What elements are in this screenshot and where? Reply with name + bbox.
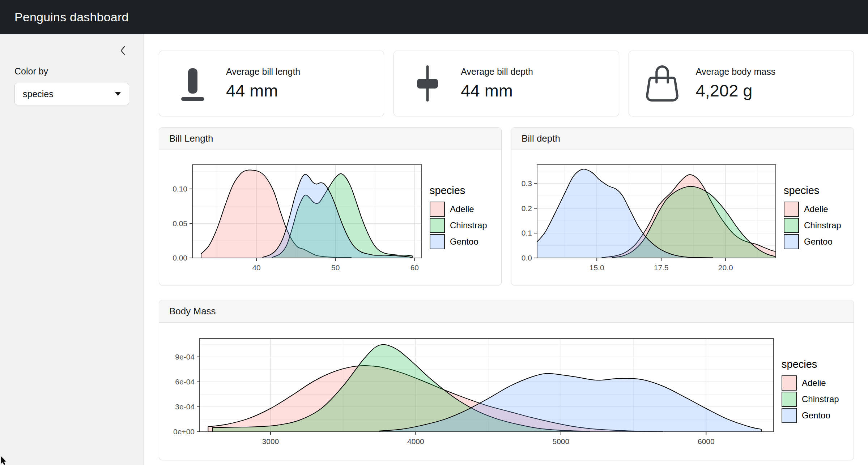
align-bottom-icon — [175, 65, 211, 102]
mouse-cursor — [0, 456, 7, 465]
legend-title: species — [782, 358, 847, 370]
legend-title: species — [784, 185, 849, 197]
legend-label: Adelie — [802, 378, 826, 388]
y-tick-label: 9e-04 — [175, 353, 195, 361]
legend-label: Gentoo — [804, 237, 833, 247]
legend-swatch — [430, 202, 445, 217]
legend-swatch — [430, 218, 445, 233]
chart-card-bill-length: Bill Length 4050600.000.050.10 speciesAd… — [159, 127, 502, 285]
sidebar: Color by species — [0, 34, 144, 465]
y-tick-label: 0.00 — [173, 254, 187, 262]
legend-item-chinstrap: Chinstrap — [430, 218, 495, 233]
legend-item-gentoo: Gentoo — [784, 234, 849, 249]
legend-label: Gentoo — [802, 410, 830, 421]
value-box-bill-depth: Average bill depth 44 mm — [393, 51, 619, 116]
legend-item-chinstrap: Chinstrap — [782, 392, 847, 407]
chart-card-bill-depth: Bill depth 15.017.520.00.00.10.20.3 spec… — [511, 127, 854, 285]
color-by-label: Color by — [14, 66, 129, 77]
legend-item-adelie: Adelie — [784, 202, 849, 217]
app-header: Penguins dashboard — [0, 0, 868, 34]
value-box-title: Average body mass — [696, 66, 776, 77]
x-tick-label: 60 — [410, 263, 419, 272]
color-by-select[interactable]: species — [14, 83, 129, 105]
card-header: Body Mass — [159, 300, 854, 323]
legend-label: Chinstrap — [450, 220, 487, 231]
color-by-select-value: species — [23, 89, 54, 99]
x-tick-label: 20.0 — [718, 263, 733, 272]
x-tick-label: 40 — [252, 263, 260, 272]
legend-item-adelie: Adelie — [430, 202, 495, 217]
value-box-title: Average bill length — [226, 66, 300, 77]
legend-item-adelie: Adelie — [782, 375, 847, 391]
value-box-body-mass: Average body mass 4,202 g — [629, 51, 854, 116]
sidebar-collapse-button[interactable] — [117, 45, 129, 57]
x-tick-label: 17.5 — [654, 263, 669, 272]
x-tick-label: 4000 — [407, 437, 424, 445]
y-tick-label: 0.10 — [173, 185, 187, 193]
y-tick-label: 0e+00 — [173, 427, 195, 436]
card-title: Bill depth — [522, 133, 560, 144]
body-mass-plot: 30004000500060000e+003e-046e-049e-04 — [166, 333, 776, 449]
legend-label: Adelie — [804, 204, 828, 214]
chart-row-full: Body Mass 30004000500060000e+003e-046e-0… — [159, 300, 854, 460]
bill-length-plot: 4050600.000.050.10 — [166, 160, 425, 275]
plot-legend: speciesAdelieChinstrapGentoo — [784, 185, 849, 250]
x-tick-label: 50 — [331, 263, 340, 272]
card-title: Body Mass — [169, 306, 216, 317]
legend-item-chinstrap: Chinstrap — [784, 218, 849, 233]
legend-swatch — [782, 392, 797, 407]
card-header: Bill depth — [511, 128, 854, 150]
y-tick-label: 0.0 — [522, 254, 532, 262]
app-title: Penguins dashboard — [14, 10, 129, 24]
legend-label: Chinstrap — [802, 394, 839, 404]
legend-title: species — [430, 185, 495, 197]
legend-item-gentoo: Gentoo — [782, 408, 847, 423]
main-content: Average bill length 44 mm Average bill d… — [144, 34, 868, 465]
y-tick-label: 0.3 — [522, 179, 532, 188]
y-tick-label: 3e-04 — [175, 402, 195, 411]
y-tick-label: 0.05 — [173, 219, 187, 228]
align-center-icon — [409, 65, 446, 102]
card-title: Bill Length — [169, 133, 213, 144]
value-box-row: Average bill length 44 mm Average bill d… — [159, 51, 854, 116]
value-box-value: 44 mm — [461, 81, 533, 100]
value-box-bill-length: Average bill length 44 mm — [159, 51, 384, 116]
legend-swatch — [782, 408, 797, 423]
y-tick-label: 0.2 — [522, 204, 532, 212]
legend-label: Gentoo — [450, 237, 478, 247]
y-tick-label: 0.1 — [522, 229, 532, 237]
legend-swatch — [782, 375, 797, 391]
chevron-left-icon — [119, 45, 127, 56]
plot-legend: speciesAdelieChinstrapGentoo — [782, 358, 847, 424]
legend-item-gentoo: Gentoo — [430, 234, 495, 249]
legend-label: Adelie — [450, 204, 474, 214]
x-tick-label: 3000 — [262, 437, 279, 445]
value-box-title: Average bill depth — [461, 66, 533, 77]
bill-depth-plot: 15.017.520.00.00.10.20.3 — [519, 160, 779, 275]
legend-label: Chinstrap — [804, 220, 841, 231]
y-tick-label: 6e-04 — [175, 378, 195, 386]
legend-swatch — [784, 218, 799, 233]
legend-swatch — [784, 202, 799, 217]
handbag-icon — [644, 65, 680, 102]
card-header: Bill Length — [159, 128, 501, 150]
x-tick-label: 15.0 — [590, 263, 604, 272]
plot-legend: speciesAdelieChinstrapGentoo — [430, 185, 495, 250]
value-box-value: 4,202 g — [696, 81, 776, 100]
legend-swatch — [430, 234, 445, 249]
chart-row: Bill Length 4050600.000.050.10 speciesAd… — [159, 127, 854, 285]
legend-swatch — [784, 234, 799, 249]
chart-card-body-mass: Body Mass 30004000500060000e+003e-046e-0… — [159, 300, 854, 460]
value-box-value: 44 mm — [226, 81, 300, 100]
x-tick-label: 5000 — [552, 437, 569, 445]
caret-down-icon — [115, 92, 121, 96]
x-tick-label: 6000 — [698, 437, 715, 445]
